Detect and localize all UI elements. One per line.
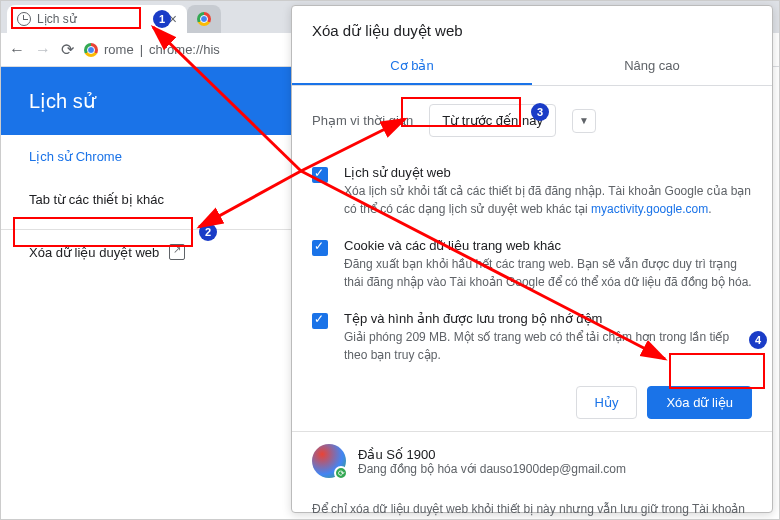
dialog-buttons: Hủy Xóa dữ liệu (292, 374, 772, 431)
chrome-icon (197, 12, 211, 26)
sidebar-item-chrome-history[interactable]: Lịch sử Chrome (1, 135, 291, 178)
option-cached[interactable]: Tệp và hình ảnh được lưu trong bộ nhớ đệ… (312, 301, 752, 374)
myactivity-link[interactable]: myactivity.google.com (591, 202, 708, 216)
forward-button: → (35, 41, 51, 59)
clear-browsing-data-link[interactable]: Xóa dữ liệu duyệt web (1, 230, 291, 274)
avatar: ⟳ (312, 444, 346, 478)
checkbox-list: Lịch sử duyệt web Xóa lịch sử khỏi tất c… (292, 155, 772, 374)
chevron-down-icon[interactable]: ▼ (572, 109, 596, 133)
account-row: ⟳ Đầu Số 1900 Đang đồng bộ hóa với dauso… (292, 431, 772, 490)
back-button[interactable]: ← (9, 41, 25, 59)
account-status: Đang đồng bộ hóa với dauso1900dep@gmail.… (358, 462, 626, 476)
omnibox[interactable]: rome | chrome://his (84, 42, 220, 57)
chrome-icon (84, 43, 98, 57)
history-icon (17, 12, 31, 26)
time-range-select[interactable]: Từ trước đến nay (429, 104, 556, 137)
history-page: Lịch sử Lịch sử Chrome Tab từ các thiết … (1, 67, 291, 274)
checkbox-checked[interactable] (312, 167, 328, 183)
option-cookies[interactable]: Cookie và các dữ liệu trang web khác Đăn… (312, 228, 752, 301)
tab-other[interactable] (187, 5, 221, 33)
cancel-button[interactable]: Hủy (576, 386, 638, 419)
account-name: Đầu Số 1900 (358, 447, 626, 462)
clear-data-label: Xóa dữ liệu duyệt web (29, 245, 159, 260)
sync-icon: ⟳ (334, 466, 348, 480)
tab-history[interactable]: Lịch sử × (7, 5, 187, 33)
clear-browsing-data-dialog: Xóa dữ liệu duyệt web Cơ bản Nâng cao Ph… (291, 5, 773, 513)
option-browsing-history[interactable]: Lịch sử duyệt web Xóa lịch sử khỏi tất c… (312, 155, 752, 228)
sidebar: Lịch sử Chrome Tab từ các thiết bị khác … (1, 135, 291, 274)
option-desc: Xóa lịch sử khỏi tất cả các thiết bị đã … (344, 182, 752, 218)
external-link-icon (169, 244, 185, 260)
checkbox-checked[interactable] (312, 313, 328, 329)
time-range-label: Phạm vi thời gian (312, 113, 413, 128)
sidebar-item-tabs-other-devices[interactable]: Tab từ các thiết bị khác (1, 178, 291, 221)
dialog-title: Xóa dữ liệu duyệt web (292, 6, 772, 48)
option-desc: Giải phóng 209 MB. Một số trang web có t… (344, 328, 752, 364)
close-icon[interactable]: × (169, 11, 177, 27)
tab-basic[interactable]: Cơ bản (292, 48, 532, 85)
url-sep: | (140, 42, 143, 57)
checkbox-checked[interactable] (312, 240, 328, 256)
option-title: Lịch sử duyệt web (344, 165, 752, 180)
option-title: Cookie và các dữ liệu trang web khác (344, 238, 752, 253)
dialog-tabs: Cơ bản Nâng cao (292, 48, 772, 86)
url-host: rome (104, 42, 134, 57)
option-desc: Đăng xuất bạn khỏi hầu hết các trang web… (344, 255, 752, 291)
tab-advanced[interactable]: Nâng cao (532, 48, 772, 85)
time-range-row: Phạm vi thời gian Từ trước đến nay ▼ (292, 86, 772, 155)
tab-title: Lịch sử (37, 12, 77, 26)
dialog-footnote: Để chỉ xóa dữ liệu duyệt web khỏi thiết … (292, 490, 772, 520)
option-title: Tệp và hình ảnh được lưu trong bộ nhớ đệ… (344, 311, 752, 326)
url-path: chrome://his (149, 42, 220, 57)
page-title: Lịch sử (1, 67, 291, 135)
reload-button[interactable]: ⟳ (61, 40, 74, 59)
clear-data-button[interactable]: Xóa dữ liệu (647, 386, 752, 419)
